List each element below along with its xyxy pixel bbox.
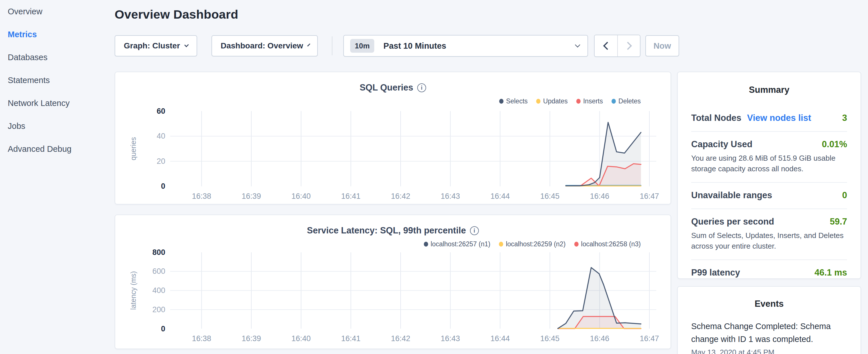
x-tick-label: 16:43: [441, 192, 460, 200]
chevron-down-icon: [575, 42, 580, 47]
chevron-down-icon: [307, 43, 310, 46]
summary-value: 59.7: [830, 217, 847, 227]
x-tick-label: 16:41: [341, 192, 361, 200]
sql-queries-chart-card: SQL Queries i SelectsUpdatesInsertsDelet…: [115, 72, 671, 204]
sidebar: OverviewMetricsDatabasesStatementsNetwor…: [0, 0, 115, 354]
events-title: Events: [691, 299, 847, 309]
event-text: Schema Change Completed: Schema change w…: [691, 320, 847, 346]
y-tick-label: 600: [152, 267, 165, 276]
x-tick-label: 16:46: [590, 334, 609, 343]
sql-queries-plot[interactable]: 16:3816:3916:4016:4116:4216:4316:4416:45…: [115, 72, 671, 204]
x-tick-label: 16:44: [491, 192, 510, 200]
events-list: Schema Change Completed: Schema change w…: [691, 320, 847, 354]
x-tick-label: 16:46: [590, 192, 609, 200]
right-column: Summary Total NodesView nodes list3Capac…: [677, 72, 861, 354]
now-button[interactable]: Now: [645, 35, 679, 57]
y-tick-label: 400: [152, 286, 165, 295]
x-tick-label: 16:41: [341, 334, 361, 343]
x-tick-label: 16:47: [640, 334, 659, 343]
app-root: OverviewMetricsDatabasesStatementsNetwor…: [0, 0, 868, 354]
page-title: Overview Dashboard: [115, 7, 861, 22]
y-tick-label: 800: [152, 248, 165, 257]
chevron-down-icon: [184, 43, 189, 47]
x-tick-label: 16:47: [640, 192, 659, 200]
events-panel: Events Schema Change Completed: Schema c…: [677, 286, 861, 354]
x-tick-label: 16:43: [441, 334, 460, 343]
sidebar-item-databases[interactable]: Databases: [8, 46, 115, 69]
main-area: Overview Dashboard Graph: Cluster Dashbo…: [115, 0, 868, 354]
event-item[interactable]: Schema Change Completed: Schema change w…: [691, 320, 847, 354]
sidebar-item-overview[interactable]: Overview: [8, 0, 115, 23]
summary-value: 46.1 ms: [814, 267, 847, 278]
x-tick-label: 16:42: [391, 192, 410, 200]
summary-panel: Summary Total NodesView nodes list3Capac…: [677, 72, 861, 279]
time-range-dropdown[interactable]: 10m Past 10 Minutes: [343, 35, 588, 57]
summary-label: P99 latency: [691, 267, 740, 278]
y-tick-label: 40: [157, 132, 165, 140]
sidebar-item-statements[interactable]: Statements: [8, 69, 115, 92]
toolbar-divider: [332, 36, 333, 55]
y-axis-title: queries: [129, 137, 137, 160]
y-tick-label: 20: [157, 157, 165, 165]
service-latency-plot[interactable]: 16:3816:3916:4016:4116:4216:4316:4416:45…: [115, 215, 671, 349]
summary-value: 0: [842, 190, 847, 200]
view-nodes-link[interactable]: View nodes list: [747, 113, 811, 123]
summary-label: Queries per second: [691, 217, 774, 227]
summary-label: Total Nodes: [691, 113, 741, 123]
time-range-label: Past 10 Minutes: [383, 41, 446, 51]
time-forward-button[interactable]: [617, 35, 640, 57]
summary-value: 0.01%: [822, 139, 847, 150]
summary-row: Capacity Used0.01%You are using 28.6 MiB…: [691, 132, 847, 183]
x-tick-label: 16:40: [291, 334, 311, 343]
x-tick-label: 16:38: [192, 192, 211, 200]
chevron-right-icon: [624, 42, 631, 50]
y-tick-label: 0: [161, 324, 165, 333]
y-tick-label: 60: [157, 107, 165, 116]
x-tick-label: 16:45: [540, 334, 559, 343]
toolbar: Graph: Cluster Dashboard: Overview 10m P…: [115, 35, 861, 57]
summary-label: Unavailable ranges: [691, 190, 772, 200]
dashboard-dropdown[interactable]: Dashboard: Overview: [212, 35, 318, 57]
x-tick-label: 16:42: [391, 334, 410, 343]
dashboard-dropdown-label: Dashboard: Overview: [221, 41, 303, 51]
graph-dropdown-label: Graph: Cluster: [124, 41, 180, 51]
x-tick-label: 16:39: [242, 334, 261, 343]
summary-desc: You are using 28.6 MiB of 515.9 GiB usab…: [691, 153, 847, 174]
sidebar-item-advanced-debug[interactable]: Advanced Debug: [8, 137, 115, 160]
summary-value: 3: [842, 113, 847, 123]
content-row: SQL Queries i SelectsUpdatesInsertsDelet…: [115, 72, 861, 354]
chevron-left-icon: [603, 42, 611, 50]
service-latency-chart-card: Service Latency: SQL, 99th percentile i …: [115, 215, 671, 349]
graph-dropdown[interactable]: Graph: Cluster: [115, 35, 197, 57]
sidebar-item-network-latency[interactable]: Network Latency: [8, 92, 115, 115]
x-tick-label: 16:39: [242, 192, 261, 200]
summary-row: Queries per second59.7Sum of Selects, Up…: [691, 209, 847, 260]
summary-row: Total NodesView nodes list3: [691, 105, 847, 132]
summary-title: Summary: [691, 85, 847, 95]
time-back-button[interactable]: [595, 35, 617, 57]
time-pager: [594, 35, 641, 57]
summary-label: Capacity Used: [691, 139, 752, 150]
summary-desc: Sum of Selects, Updates, Inserts, and De…: [691, 230, 847, 252]
charts-column: SQL Queries i SelectsUpdatesInsertsDelet…: [115, 72, 671, 354]
summary-row: P99 latency46.1 ms: [691, 260, 847, 286]
summary-rows: Total NodesView nodes list3Capacity Used…: [691, 105, 847, 286]
x-tick-label: 16:45: [540, 192, 559, 200]
sidebar-item-jobs[interactable]: Jobs: [8, 115, 115, 137]
y-tick-label: 0: [161, 182, 165, 191]
event-timestamp: May 13, 2020 at 4:45 PM: [691, 348, 847, 354]
sidebar-item-metrics[interactable]: Metrics: [8, 23, 115, 46]
y-axis-title: latency (ms): [129, 271, 137, 310]
summary-row: Unavailable ranges0: [691, 183, 847, 209]
y-tick-label: 200: [152, 305, 165, 314]
x-tick-label: 16:38: [192, 334, 211, 343]
x-tick-label: 16:44: [491, 334, 510, 343]
x-tick-label: 16:40: [291, 192, 311, 200]
time-range-badge: 10m: [350, 39, 374, 53]
